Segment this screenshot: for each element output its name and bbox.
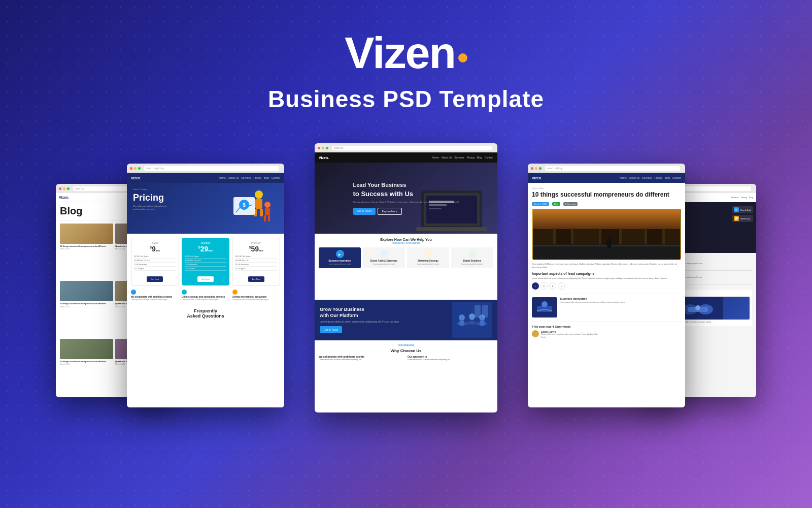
blog-section-text: Lorem ipsum dolor sit amet, consectetur … — [532, 277, 681, 280]
digital-icon — [468, 250, 477, 258]
service-icon-item-2: 📊 Marketing — [732, 215, 753, 222]
service-card-title-2: Brand Audit & Discovery — [364, 260, 403, 262]
blog-detail-nav-contact: Contact — [672, 176, 681, 179]
commenter-avatar — [532, 330, 539, 337]
partner-icon-2 — [182, 290, 187, 295]
svg-rect-41 — [533, 244, 680, 260]
reasons-section: Few Reasons Why Choose Us We collaborate… — [315, 340, 497, 412]
page-2[interactable]: 2 — [549, 282, 556, 290]
svg-rect-10 — [264, 215, 266, 221]
service-card-title-3: Marketing Strategy — [409, 260, 448, 262]
service-card-text-1: Lorem ipsum dolor sit amet — [320, 263, 359, 266]
pricing-btn-standard[interactable]: Buy Now — [197, 276, 214, 282]
partner-title-3: Strong international ecosystem — [232, 296, 280, 298]
svg-rect-3 — [260, 209, 263, 216]
pricing-url-bar: vizen.co/pricing — [144, 166, 279, 171]
pricing-body: Basic $9/mo 20 GB Disk Space 20 MB Max F… — [127, 234, 284, 407]
svg-rect-14 — [416, 227, 487, 231]
partner-text-3: Lorem ipsum dolor sit amet consectetur a… — [232, 299, 280, 301]
cta-title: Grow Your Businesswith Our Platform — [320, 307, 447, 319]
pricing-screen: vizen.co/pricing Vizen. Home About Us Se… — [127, 164, 284, 407]
pricing-plan-premium: Premium — [235, 241, 277, 244]
blog-post-date-1: March 5, 2021 — [60, 248, 113, 250]
blog-detail-nav-pricing: Pricing — [654, 176, 662, 179]
reason-title-2: Our approach is — [408, 355, 493, 358]
blog-img-1 — [60, 224, 113, 244]
svg-point-46 — [542, 301, 548, 307]
pricing-btn-basic[interactable]: Buy Now — [147, 276, 163, 282]
hero-description: Starting a business: How do I begin? We … — [353, 201, 459, 204]
page-next[interactable]: › — [558, 282, 565, 290]
business-card-img — [532, 297, 557, 318]
comment-text: Received the best experience after using… — [541, 333, 681, 336]
svg-rect-30 — [475, 305, 481, 318]
tagline: Business PSD Template — [268, 85, 544, 113]
people-meeting-svg — [452, 302, 492, 338]
reason-title-1: We collaborate with ambitious brands — [319, 355, 404, 358]
center-services: Explore How Can We Help You Business Inn… — [315, 234, 497, 300]
browser-minimize — [63, 187, 65, 190]
partner-2: Online strategy and consulting services … — [182, 290, 229, 301]
svg-rect-42 — [533, 245, 680, 246]
browser-maximize — [67, 187, 70, 190]
blog-detail-nav-blog: Blog — [665, 176, 670, 179]
blog-body-text: Your quality will differ per profession,… — [532, 263, 681, 269]
blog-post-5: 10 things successful mompreneurs do diff… — [60, 339, 113, 394]
reply-link[interactable]: Reply — [541, 336, 681, 338]
blog-detail-screen: vizen.co/blog Vizen. Home About Us Servi… — [528, 164, 685, 407]
blog-img-5 — [60, 339, 113, 359]
std-feature-2: 50 MB Max File Size — [185, 259, 227, 263]
brand-name: Vizen — [345, 30, 455, 75]
pricing-nav-contact: Contact — [272, 176, 280, 179]
services-section-subtitle: Business Innovation — [319, 241, 493, 244]
pricing-cards: Basic $9/mo 20 GB Disk Space 20 MB Max F… — [131, 238, 280, 285]
page-prev[interactable]: ‹ — [532, 282, 539, 290]
blog-detail-minimize — [535, 167, 537, 170]
reasons-content: We collaborate with ambitious brands Lor… — [319, 355, 493, 361]
center-screen: vizen.co Vizen. Home About Us Services P… — [315, 143, 497, 412]
page-1[interactable]: 1 — [540, 282, 548, 290]
svg-rect-26 — [480, 321, 485, 326]
svg-rect-29 — [482, 305, 488, 318]
service-card-title-4: Digital Solutions — [453, 260, 492, 262]
pricing-nav-logo: Vizen. — [131, 176, 141, 180]
pricing-plan-standard: Standart — [185, 241, 227, 244]
explore-more-button[interactable]: Explore More — [378, 208, 402, 215]
pricing-card-premium: Premium $59/mo 100 GB Disk Space 100 MB … — [232, 238, 280, 285]
cta-image — [452, 302, 492, 338]
svg-rect-22 — [459, 321, 464, 326]
prem-feature-3: 10 GB Bandwidth — [235, 263, 277, 267]
pricing-svg: $ — [231, 187, 277, 228]
get-in-touch-button[interactable]: Get In Touch — [353, 208, 376, 215]
cta-button[interactable]: Get In Touch — [320, 326, 342, 333]
partner-3: Strong international ecosystem Lorem ips… — [232, 290, 280, 301]
blog-detail-nav-services: Services — [642, 176, 652, 179]
blog-detail-meta: March 5, 2021 Blog 1 Comment — [532, 202, 681, 206]
pricing-nav-pricing: Pricing — [253, 176, 261, 179]
services-section-title: Explore How Can We Help You Business Inn… — [319, 238, 493, 244]
hands-svg — [534, 298, 555, 316]
pagination: ‹ 1 2 › — [532, 282, 681, 290]
business-innovation-card: Business Innovation Lorem ipsum dolor si… — [532, 294, 681, 318]
pricing-nav-home: Home — [219, 176, 225, 179]
partner-icon-3 — [232, 290, 238, 295]
center-browser-close — [318, 147, 320, 149]
pricing-plan-basic: Basic — [134, 241, 176, 244]
center-nav-blog: Blog — [477, 156, 482, 159]
pricing-btn-premium[interactable]: Buy Now — [248, 276, 264, 282]
pricing-page: Vizen. Home About Us Services Pricing Bl… — [127, 173, 284, 407]
meta-date: March 5, 2021 — [532, 202, 549, 206]
cta-subtitle: Lorem ipsum dolor sit amet, consectetur … — [320, 320, 447, 323]
feature-1: 20 GB Disk Space — [134, 255, 176, 259]
business-card-text: Business Innovation Lorem ipsum dolor si… — [560, 297, 625, 318]
center-nav-logo: Vizen. — [319, 156, 329, 160]
pricing-illustration: $ — [228, 185, 279, 229]
play-icon: ▶ — [336, 250, 344, 258]
business-card-title: Business Innovation — [560, 297, 625, 300]
pricing-price-premium: $59/mo — [235, 245, 277, 252]
partner-1: We collaborate with ambitious brands Lor… — [131, 290, 179, 301]
center-nav-links: Home About Us Services Pricing Blog Cont… — [432, 156, 493, 159]
svg-point-0 — [255, 190, 263, 199]
cta-section: Grow Your Businesswith Our Platform Lore… — [315, 300, 497, 340]
center-nav-contact: Contact — [485, 156, 493, 159]
